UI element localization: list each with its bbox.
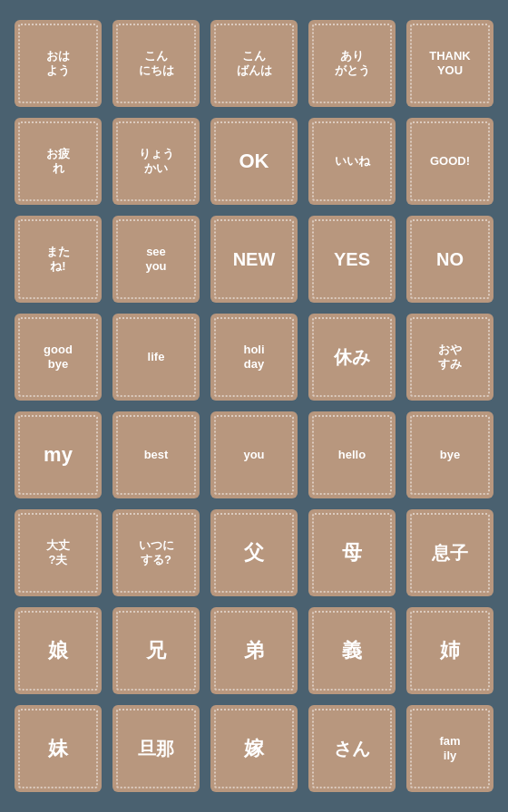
stamp-label-musuko: 息子 <box>432 542 468 564</box>
stamp-holiday[interactable]: holi day <box>210 314 298 401</box>
stamp-label-ryokai: りょう かい <box>139 147 174 175</box>
stamp-label-musume: 娘 <box>48 639 68 662</box>
stamp-imouto[interactable]: 妹 <box>15 705 102 792</box>
stamp-label-iine: いいね <box>335 154 370 169</box>
stamp-arigatou[interactable]: あり がとう <box>308 20 396 107</box>
stamp-label-you: you <box>243 448 264 462</box>
stamp-see-you[interactable]: see you <box>112 216 200 303</box>
stamp-iine[interactable]: いいね <box>308 118 396 205</box>
stamp-yome[interactable]: 嫁 <box>210 705 298 792</box>
stamp-ok[interactable]: OK <box>210 118 298 205</box>
stamp-ryokai[interactable]: りょう かい <box>112 118 200 205</box>
stamp-ani[interactable]: 兄 <box>112 607 200 694</box>
stamp-label-konnichiwa: こん にちは <box>139 49 174 77</box>
stamp-label-see-you: see you <box>145 245 166 273</box>
stamp-label-yome: 嫁 <box>244 737 264 760</box>
stamp-danna[interactable]: 旦那 <box>112 705 200 792</box>
stamp-label-san: さん <box>334 738 370 759</box>
stamp-label-life: life <box>148 350 165 364</box>
stamp-label-ane: 姉 <box>440 639 460 662</box>
stamp-konbanwa[interactable]: こん ばんは <box>210 20 298 107</box>
stamp-good[interactable]: GOOD! <box>406 118 493 205</box>
stamp-haha[interactable]: 母 <box>308 509 396 596</box>
stamp-label-ok: OK <box>239 150 269 173</box>
stamp-yes[interactable]: YES <box>308 216 396 303</box>
stamp-label-good: GOOD! <box>430 154 470 169</box>
stamp-oyasumi[interactable]: おや すみ <box>406 314 493 401</box>
emoji-grid: おは ようこん にちはこん ばんはあり がとうTHANK YOUお疲 れりょう … <box>0 5 508 807</box>
stamp-my[interactable]: my <box>15 411 102 498</box>
stamp-otouto[interactable]: 弟 <box>210 607 298 694</box>
stamp-musuko[interactable]: 息子 <box>406 509 493 596</box>
stamp-bye[interactable]: bye <box>406 411 493 498</box>
stamp-label-yes: YES <box>334 248 370 270</box>
stamp-label-family: fam ily <box>439 734 460 762</box>
stamp-label-no: NO <box>436 248 464 270</box>
stamp-goodbye[interactable]: good bye <box>15 314 102 401</box>
stamp-new[interactable]: NEW <box>210 216 298 303</box>
stamp-label-holiday: holi day <box>243 343 264 371</box>
stamp-musume[interactable]: 娘 <box>15 607 102 694</box>
stamp-label-konbanwa: こん ばんは <box>237 49 272 77</box>
stamp-label-best: best <box>144 448 169 462</box>
stamp-label-daijoubu: 大丈 ?夫 <box>46 538 70 566</box>
stamp-label-oyasumi: おや すみ <box>438 343 462 371</box>
stamp-no[interactable]: NO <box>406 216 493 303</box>
stamp-yasumi[interactable]: 休み <box>308 314 396 401</box>
stamp-label-otsukaresama: お疲 れ <box>46 147 70 175</box>
stamp-thank-you[interactable]: THANK YOU <box>406 20 493 107</box>
stamp-konnichiwa[interactable]: こん にちは <box>112 20 200 107</box>
stamp-label-arigatou: あり がとう <box>335 49 370 77</box>
stamp-otsukaresama[interactable]: お疲 れ <box>15 118 102 205</box>
stamp-label-imouto: 妹 <box>48 737 68 760</box>
stamp-daijoubu[interactable]: 大丈 ?夫 <box>15 509 102 596</box>
stamp-gi[interactable]: 義 <box>308 607 396 694</box>
stamp-label-ani: 兄 <box>146 639 166 662</box>
stamp-matane[interactable]: また ね! <box>15 216 102 303</box>
stamp-label-chichi: 父 <box>244 541 264 565</box>
stamp-life[interactable]: life <box>112 314 200 401</box>
stamp-ohayo[interactable]: おは よう <box>15 20 102 107</box>
stamp-label-my: my <box>44 443 73 467</box>
stamp-hello[interactable]: hello <box>308 411 396 498</box>
stamp-label-yasumi: 休み <box>334 346 370 368</box>
stamp-ane[interactable]: 姉 <box>406 607 493 694</box>
stamp-label-otouto: 弟 <box>244 639 264 662</box>
stamp-label-thank-you: THANK YOU <box>429 49 471 77</box>
stamp-label-ohayo: おは よう <box>46 49 70 77</box>
stamp-label-hello: hello <box>338 448 366 462</box>
stamp-label-bye: bye <box>440 448 460 462</box>
stamp-label-itsunisuru: いつに する? <box>139 538 174 566</box>
stamp-label-new: NEW <box>233 248 276 270</box>
stamp-label-goodbye: good bye <box>44 343 73 371</box>
stamp-san[interactable]: さん <box>308 705 396 792</box>
stamp-label-haha: 母 <box>342 541 362 565</box>
stamp-label-gi: 義 <box>342 639 362 662</box>
stamp-you[interactable]: you <box>210 411 298 498</box>
stamp-chichi[interactable]: 父 <box>210 509 298 596</box>
stamp-family[interactable]: fam ily <box>406 705 493 792</box>
stamp-label-matane: また ね! <box>46 245 70 273</box>
stamp-itsunisuru[interactable]: いつに する? <box>112 509 200 596</box>
stamp-label-danna: 旦那 <box>138 738 174 759</box>
stamp-best[interactable]: best <box>112 411 200 498</box>
